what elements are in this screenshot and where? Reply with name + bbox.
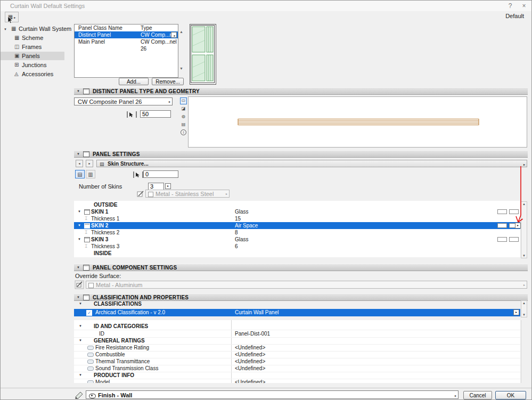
thickness-label: Thickness 2 [91, 229, 119, 236]
pen-set-chip[interactable] [497, 223, 507, 228]
skin-material: Air Space [235, 222, 258, 229]
property-name: Sound Transmission Class [95, 365, 158, 372]
collapse-icon[interactable]: ▼ [4, 25, 7, 34]
offset-icon [133, 171, 144, 178]
group-general-ratings[interactable]: ▼ GENERAL RATINGS [74, 337, 520, 345]
skins-count-flyout-button[interactable]: ▸ [165, 183, 171, 189]
section-view-icon[interactable]: ◪ [180, 105, 187, 112]
panel-type-dropdown[interactable]: CW Composite Panel 26 ▸ [74, 97, 173, 105]
collapse-icon[interactable]: ▼ [77, 89, 80, 93]
thickness-value: 8 [235, 229, 238, 236]
scroll-up-icon[interactable]: ▲ [521, 301, 527, 305]
skin-label: SKIN 1 [91, 208, 108, 215]
table-row-main-panel[interactable]: Main Panel CW Comp...nel 26 [75, 38, 178, 45]
section-header-geometry[interactable]: ▼ DISTINCT PANEL TYPE AND GEOMETRY [74, 87, 528, 95]
info-glyph: i [181, 129, 186, 135]
info-icon[interactable]: i [180, 129, 187, 136]
pen-set-chip[interactable] [497, 209, 507, 214]
offset-field[interactable] [143, 170, 178, 178]
3d-view-icon[interactable]: ◍ [180, 113, 187, 120]
collapse-icon[interactable]: ▼ [78, 224, 81, 227]
section-header-panel-settings[interactable]: ▼ PANEL SETTINGS [74, 150, 528, 158]
classification-scrollbar[interactable]: ▲ ▼ [521, 300, 527, 317]
remove-button[interactable]: Remove... [152, 78, 184, 85]
chevron-right-icon: ▸ [14, 15, 15, 19]
collapse-icon[interactable]: ▼ [77, 152, 80, 156]
collapse-icon[interactable]: ▼ [78, 238, 81, 241]
group-id-and-categories[interactable]: ▼ ID AND CATEGORIES [74, 323, 520, 330]
classification-checkbox[interactable]: ✓ [86, 310, 92, 316]
section-header-component-settings[interactable]: ▼ PANEL COMPONENT SETTINGS [74, 264, 528, 271]
panel-class-table: Panel Class Name Type Distinct Panel CW … [74, 24, 178, 78]
sidebar-root-label: Curtain Wall System [19, 25, 71, 33]
panel-type-value: CW Composite Panel 26 [78, 99, 142, 105]
skin-row-3[interactable]: ▼ SKIN 3 Glass [74, 236, 520, 243]
chevron-right-icon: ▸ [88, 162, 90, 165]
curtain-wall-icon: ▦ [11, 25, 16, 33]
scroll-down-icon[interactable]: ▼ [521, 313, 527, 317]
skin-structure-tab-label: Skin Structure... [108, 161, 149, 167]
collapse-icon[interactable]: ▼ [77, 266, 80, 269]
ok-button[interactable]: OK [495, 391, 526, 399]
scroll-up-icon[interactable]: ▲ [179, 30, 183, 34]
section-header-classification[interactable]: ▼ CLASSIFICATION AND PROPERTIES [74, 293, 528, 301]
layer-pen-icon[interactable] [74, 390, 85, 399]
add-button[interactable]: Add... [119, 78, 149, 85]
cancel-button[interactable]: Cancel [463, 391, 492, 399]
override-surface-dropdown[interactable]: Metal - Aluminium ▸ [86, 281, 527, 289]
group-product-info[interactable]: ▼ PRODUCT INFO [74, 372, 520, 379]
collapse-icon[interactable]: ▼ [79, 339, 82, 342]
surface-chip-icon [148, 192, 153, 197]
collapse-icon[interactable]: ▼ [78, 210, 81, 213]
skin-icon [84, 223, 90, 228]
collapse-icon[interactable]: ▼ [79, 324, 82, 328]
prev-page-button[interactable]: ◂ [76, 160, 83, 167]
property-row-sound-transmission[interactable]: Sound Transmission Class <Undefined> [74, 365, 520, 372]
chevron-right-icon: ▸ [167, 184, 169, 187]
thickness-row-1[interactable]: ⌶ Thickness 1 15 [74, 215, 520, 222]
type-flyout-button[interactable]: ▸ [171, 32, 177, 38]
title-bar[interactable]: Curtain Wall Default Settings ? × [1, 1, 532, 11]
skin-row-2[interactable]: ▼ SKIN 2 Air Space ▸ [74, 222, 520, 229]
thickness-label: Thickness 1 [91, 215, 119, 222]
collapse-icon[interactable]: ▼ [77, 296, 80, 299]
property-value: <Undefined> [235, 358, 265, 365]
skin-structure-tab[interactable]: ▤ Skin Structure... ▸ [96, 160, 527, 167]
close-button[interactable]: × [518, 1, 530, 11]
skin-offset-toggle[interactable]: ▥ [86, 170, 95, 178]
property-row-model[interactable]: Model <Undefined> [74, 379, 520, 383]
classification-flyout-button[interactable]: ▸ [513, 309, 519, 315]
layer-dropdown[interactable]: Finish - Wall ▸ [86, 390, 459, 399]
number-of-skins-field[interactable] [148, 183, 164, 190]
scroll-down-icon[interactable]: ▼ [521, 254, 527, 258]
classification-row[interactable]: ✓ Archicad Classification - v 2.0 Curtai… [74, 309, 520, 316]
property-name: ID [99, 330, 104, 337]
pen-set-chip[interactable] [497, 237, 507, 242]
property-value: Panel-Dist-001 [235, 330, 270, 337]
collapse-icon[interactable]: ▼ [79, 373, 82, 377]
outside-row: OUTSIDE [74, 201, 520, 208]
sidebar-item-panels[interactable]: ▣ Panels [1, 52, 64, 60]
floor-plan-view-icon[interactable]: ▭ [180, 97, 187, 104]
property-row-thermal-transmittance[interactable]: Thermal Transmittance <Undefined> [74, 358, 520, 365]
hatch-view-icon[interactable]: ▤ [180, 121, 187, 128]
help-button[interactable]: ? [504, 1, 517, 11]
thickness-row-3[interactable]: ⌶ Thickness 3 6 [74, 243, 520, 250]
layers-icon: ▤ [77, 172, 82, 177]
panel-thickness-field[interactable] [140, 110, 171, 118]
thickness-row-2[interactable]: ⌶ Thickness 2 8 [74, 229, 520, 236]
override-surface-brush-icon[interactable] [75, 280, 84, 289]
scroll-down-icon[interactable]: ▼ [179, 67, 183, 70]
table-row-distinct-panel[interactable]: Distinct Panel CW Comp...nel 26 ▸ [75, 31, 178, 38]
skin-row-1[interactable]: ▼ SKIN 1 Glass [74, 208, 520, 215]
property-row-combustible[interactable]: Combustible <Undefined> [74, 351, 520, 358]
curtain-wall-default-settings-dialog: Curtain Wall Default Settings ? × ▦ ▸ De… [0, 0, 532, 400]
next-page-button[interactable]: ▸ [86, 160, 93, 167]
skin-surface-dropdown[interactable]: Metal - Stainless Steel ▸ [145, 190, 230, 198]
surface-chip[interactable] [509, 237, 519, 242]
property-row-id[interactable]: ID Panel-Dist-001 [74, 330, 520, 338]
skin-structure-toggle[interactable]: ▤ [75, 170, 85, 178]
property-row-fire-resistance[interactable]: Fire Resistance Rating <Undefined> [74, 344, 520, 352]
curtain-wall-elevation-drawing [190, 25, 216, 84]
collapse-icon[interactable]: ▼ [79, 302, 82, 305]
